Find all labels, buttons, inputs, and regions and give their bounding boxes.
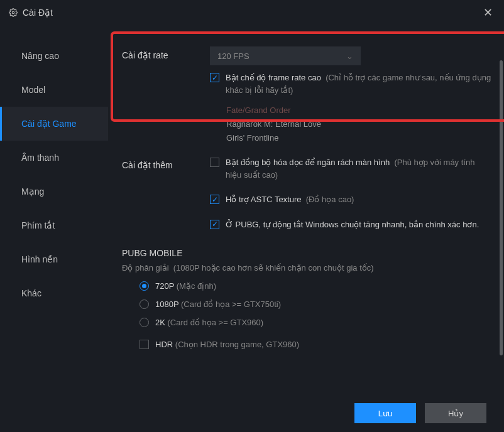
titlebar: Cài Đặt ✕ (0, 0, 504, 25)
pubg-header: PUBG MOBILE (122, 248, 491, 258)
scrollbar[interactable] (500, 60, 503, 355)
sidebar-item-model[interactable]: Model (0, 73, 108, 107)
sidebar-item-shortcuts[interactable]: Phím tắt (0, 208, 108, 242)
sidebar-item-network[interactable]: Mạng (0, 175, 108, 208)
astc-label: Hỗ trợ ASTC Texture (Đồ họa cao) (226, 193, 354, 206)
fps-select[interactable]: 120 FPS ⌄ (210, 46, 361, 65)
window-title: Cài Đặt (23, 8, 480, 18)
resolution-1080p[interactable]: 1080P (Card đồ họa >= GTX750ti) (140, 300, 491, 309)
pubg-mouse-checkbox[interactable] (210, 220, 219, 229)
sidebar-item-audio[interactable]: Âm thanh (0, 141, 108, 175)
cancel-button[interactable]: Hủy (425, 403, 486, 423)
high-fps-checkbox[interactable] (210, 73, 219, 82)
game-item: Fate/Grand Order (226, 104, 491, 117)
hdr-checkbox[interactable] (140, 340, 149, 349)
vsync-checkbox[interactable] (210, 158, 219, 167)
extra-label: Cài đặt thêm (122, 156, 210, 230)
rate-label: Cài đặt rate (122, 46, 210, 96)
save-button[interactable]: Lưu (354, 403, 416, 423)
astc-checkbox[interactable] (210, 195, 219, 204)
game-item: Girls' Frontline (226, 131, 491, 145)
resolution-2k[interactable]: 2K (Card đồ họa >= GTX960) (140, 318, 491, 327)
chevron-down-icon: ⌄ (346, 51, 353, 61)
resolution-label: Độ phân giải (1080P hoặc cao hơn sẽ khiế… (122, 263, 491, 273)
sidebar-item-advanced[interactable]: Nâng cao (0, 39, 108, 73)
resolution-720p[interactable]: 720P (Mặc định) (140, 281, 491, 291)
pubg-mouse-label: Ở PUBG, tự động tắt Windows chuột tăng n… (226, 219, 479, 231)
sidebar-item-wallpaper[interactable]: Hình nền (0, 242, 108, 276)
content-panel: Cài đặt rate 120 FPS ⌄ Bật chế độ frame … (108, 25, 504, 394)
close-button[interactable]: ✕ (480, 5, 495, 20)
vsync-label: Bật đồng bộ hóa dọc để ngăn rách màn hìn… (226, 156, 491, 181)
high-fps-label: Bật chế độ frame rate cao (Chỉ hỗ trợ cá… (226, 72, 491, 96)
fps-select-value: 120 FPS (217, 51, 249, 61)
game-item: Ragnarok M: Eternal Love (226, 117, 491, 131)
radio-icon (140, 300, 149, 309)
hdr-label: HDR (Chọn HDR trong game, GTX960) (155, 338, 299, 351)
sidebar-item-game-settings[interactable]: Cài đặt Game (0, 107, 108, 141)
footer: Lưu Hủy (0, 394, 504, 432)
radio-icon (140, 281, 149, 291)
sidebar-item-other[interactable]: Khác (0, 276, 108, 310)
gear-icon (9, 8, 18, 17)
sidebar: Nâng cao Model Cài đặt Game Âm thanh Mạn… (0, 25, 108, 394)
supported-games-list: Fate/Grand Order Ragnarok M: Eternal Lov… (226, 104, 491, 145)
radio-icon (140, 318, 149, 327)
svg-point-0 (12, 11, 14, 14)
